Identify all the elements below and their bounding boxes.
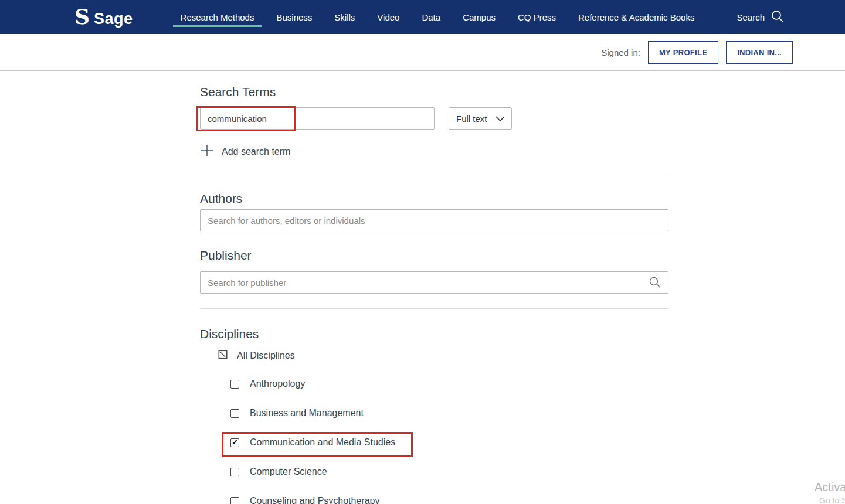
discipline-row-counseling-and-psychotherapy[interactable]: Counseling and Psychotherapy [230,495,379,504]
nav-item-skills[interactable]: Skills [323,0,366,34]
publisher-search-wrap [200,271,668,294]
discipline-label: Communication and Media Studies [250,437,395,448]
search-terms-heading: Search Terms [200,84,668,100]
account-bar: Signed in: MY PROFILE INDIAN IN... [0,34,845,71]
checkbox-communication-and-media-studies[interactable] [230,438,239,447]
plus-icon [200,144,214,160]
indeterminate-checkbox-icon[interactable] [218,350,228,362]
nav-items: Research Methods Business Skills Video D… [169,0,706,34]
signed-in-label: Signed in: [601,47,640,57]
nav-item-cq-press[interactable]: CQ Press [507,0,567,34]
top-navigation-bar: S Sage Research Methods Business Skills … [0,0,845,34]
checkbox-computer-science[interactable] [230,468,239,476]
discipline-row-business-and-management[interactable]: Business and Management [230,407,364,420]
advanced-search-form: Search Terms Full text Add search term A… [200,71,668,504]
discipline-label: Business and Management [250,408,364,418]
publisher-search-icon[interactable] [649,276,661,291]
discipline-label: Counseling and Psychotherapy [250,496,379,504]
sage-logo-icon: S [74,6,90,27]
nav-item-campus[interactable]: Campus [452,0,507,34]
publisher-heading: Publisher [200,247,668,263]
all-disciplines-row[interactable]: All Disciplines [218,349,295,362]
authors-search-input[interactable] [200,209,668,231]
discipline-label: Computer Science [250,466,327,477]
discipline-row-communication-and-media-studies[interactable]: Communication and Media Studies [230,436,395,449]
checkbox-counseling-and-psychotherapy[interactable] [230,497,239,504]
discipline-row-computer-science[interactable]: Computer Science [230,465,327,478]
search-term-row: Full text [200,107,668,130]
chevron-down-icon [496,114,505,124]
nav-search-label: Search [737,12,765,22]
disciplines-heading: Disciplines [200,326,668,342]
institution-button[interactable]: INDIAN IN... [726,41,793,64]
checkbox-business-and-management[interactable] [230,409,239,418]
search-scope-select[interactable]: Full text [449,107,512,130]
nav-item-data[interactable]: Data [410,0,452,34]
nav-item-video[interactable]: Video [366,0,410,34]
section-divider [200,176,668,176]
add-search-term-button[interactable]: Add search term [200,145,290,159]
my-profile-button[interactable]: MY PROFILE [648,41,718,64]
search-term-input[interactable] [200,107,435,130]
discipline-row-anthropology[interactable]: Anthropology [230,377,305,390]
search-icon [771,9,785,25]
nav-item-business[interactable]: Business [265,0,323,34]
all-disciplines-label: All Disciplines [237,350,295,361]
activation-watermark-line1: Activa [815,481,845,494]
nav-item-reference-academic-books[interactable]: Reference & Academic Books [567,0,705,34]
sage-logo-text: Sage [94,10,133,28]
discipline-label: Anthropology [250,379,305,389]
search-scope-value: Full text [456,114,487,124]
authors-heading: Authors [200,190,668,206]
activation-watermark-line2: Go to Se [819,496,845,504]
sage-logo[interactable]: S Sage [74,6,133,28]
section-divider [200,308,668,309]
checkbox-anthropology[interactable] [230,380,239,389]
add-search-term-label: Add search term [222,147,290,157]
publisher-search-input[interactable] [200,271,668,294]
nav-search[interactable]: Search [737,9,785,25]
nav-item-research-methods[interactable]: Research Methods [169,0,266,34]
